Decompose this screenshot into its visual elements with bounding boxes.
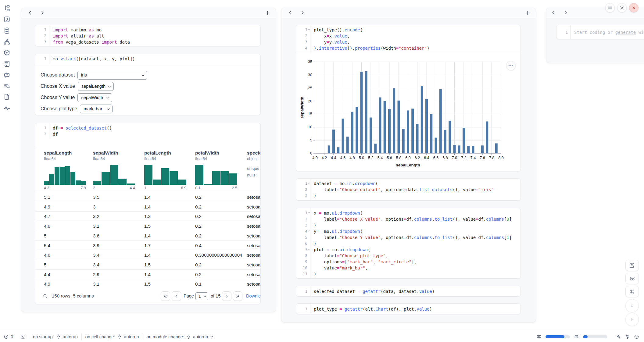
table-row[interactable]: 53.61.40.2setosa — [35, 231, 260, 240]
svg-text:10: 10 — [308, 125, 312, 129]
column-header-petalLength[interactable]: petalLength — [144, 150, 171, 156]
cell-dataframe[interactable]: 1df = selected_dataset()2df sepalLengthf… — [35, 123, 261, 304]
stop-button[interactable] — [625, 299, 639, 312]
table-row[interactable]: 5.43.91.70.4setosa — [35, 240, 260, 250]
column-prev-button[interactable] — [288, 10, 294, 16]
table-row[interactable]: 4.63.41.40.30000000000000004setosa — [35, 250, 260, 260]
cell-plot[interactable]: 1plot_type().encode(2 x=x.value,3 y=y.va… — [296, 25, 521, 171]
svg-text:5.6: 5.6 — [387, 156, 392, 160]
fold-chevron-icon[interactable] — [307, 182, 310, 185]
run-all-button[interactable] — [625, 313, 639, 326]
histogram-min-label: 1 — [144, 186, 146, 190]
layout-button[interactable] — [625, 273, 639, 284]
table-cell: 3.2 — [93, 212, 99, 221]
choose-dataset-dropdown[interactable]: iris — [77, 71, 147, 80]
chart-menu-button[interactable]: ••• — [506, 61, 516, 70]
line-number: 1 — [296, 306, 310, 312]
chat-icon[interactable] — [3, 71, 11, 79]
dropdown-value: sepalLength — [81, 84, 106, 89]
generate-link[interactable]: generate — [615, 30, 636, 35]
cell-xy-plot-dropdowns[interactable]: 1x = mo.ui.dropdown(2 label="Choose X va… — [296, 208, 521, 279]
prev-page-button[interactable] — [172, 291, 181, 301]
next-page-button[interactable] — [222, 291, 231, 301]
code-line: 6) — [296, 240, 521, 247]
histogram-bar — [153, 180, 161, 185]
table-row[interactable]: 4.93.11.50.1setosa — [35, 279, 260, 288]
histogram-max-label: 4.4 — [127, 186, 135, 190]
marimo-mascot-button[interactable] — [625, 334, 630, 339]
save-button[interactable] — [625, 260, 639, 271]
snippets-icon[interactable] — [3, 93, 11, 101]
cell-plot-type[interactable]: 1plot_type = getattr(alt.Chart(df), plot… — [296, 303, 521, 314]
line-number: 1 — [556, 29, 571, 35]
fold-chevron-icon[interactable] — [307, 28, 310, 31]
search-icon[interactable] — [42, 293, 48, 299]
datasources-icon[interactable] — [3, 27, 11, 34]
svg-text:6.4: 6.4 — [424, 156, 429, 160]
cpu-usage-bar[interactable] — [583, 335, 607, 338]
scratchpad-icon[interactable] — [3, 60, 11, 68]
fold-chevron-icon[interactable] — [307, 248, 310, 251]
terminal-button[interactable] — [17, 333, 29, 340]
choose-plot-type-dropdown[interactable]: mark_bar — [80, 105, 113, 113]
column-header-species[interactable]: species — [247, 150, 260, 156]
cell-vstack-ui[interactable]: 1mo.vstack([dataset, x, y, plot]) Choose… — [35, 54, 261, 115]
errors-indicator[interactable]: 0 — [0, 333, 17, 340]
dependency-graph-icon[interactable] — [3, 38, 11, 45]
cell-selected-dataset[interactable]: 1selected_dataset = getattr(data, datase… — [296, 286, 521, 297]
table-row[interactable]: 53.41.50.2setosa — [35, 260, 260, 269]
notebook-menu-button[interactable] — [605, 3, 615, 12]
status-item-1[interactable]: on startup:autorun — [29, 333, 81, 340]
table-row[interactable]: 5.13.51.40.2setosa — [35, 192, 260, 202]
column-next-button[interactable] — [40, 10, 46, 16]
histogram-bar — [93, 181, 101, 185]
add-cell-button[interactable] — [265, 10, 271, 16]
column-prev-button[interactable] — [551, 10, 557, 16]
memory-usage-bar[interactable] — [546, 335, 570, 338]
status-item-3[interactable]: on module change:autorun — [143, 333, 218, 340]
column-header-sepalLength[interactable]: sepalLength — [44, 150, 72, 156]
packages-icon[interactable] — [3, 49, 11, 56]
plot-type-code: 1plot_type = getattr(alt.Chart(df), plot… — [296, 304, 521, 314]
table-row[interactable]: 4.42.91.40.2setosa — [35, 269, 260, 279]
table-row[interactable]: 4.73.21.30.2setosa — [35, 211, 260, 221]
code-placeholder[interactable]: Start coding or generate with — [571, 29, 644, 35]
shutdown-button[interactable] — [629, 3, 639, 12]
fold-chevron-icon[interactable] — [307, 211, 310, 214]
column-header-sepalWidth[interactable]: sepalWidth — [93, 150, 118, 156]
cell-imports[interactable]: 1import marimo as mo2import altair as al… — [35, 25, 261, 46]
status-right — [536, 334, 644, 339]
file-explorer-icon[interactable] — [3, 5, 11, 12]
variables-icon[interactable] — [3, 16, 11, 23]
status-item-label: on cell change: — [85, 334, 115, 339]
table-row[interactable]: 4.63.11.50.2setosa — [35, 221, 260, 231]
settings-button[interactable] — [617, 3, 627, 12]
cell-dataset-dropdown[interactable]: 1dataset = mo.ui.dropdown(2 label="Choos… — [296, 178, 521, 201]
table-cell: 0.2 — [195, 260, 202, 270]
choose-x-value-dropdown[interactable]: sepalLength — [78, 82, 114, 91]
connection-status-icon[interactable] — [634, 334, 639, 339]
table-row[interactable]: 4.931.40.2setosa — [35, 202, 260, 212]
column-prev-button[interactable] — [27, 10, 34, 16]
download-button[interactable]: Download — [246, 294, 261, 298]
svg-text:sepalWidth: sepalWidth — [300, 97, 304, 119]
choose-y-value-dropdown[interactable]: sepalWidth — [77, 93, 112, 102]
altair-bar-chart[interactable]: 051015202530354.04.24.44.64.85.05.25.45.… — [299, 59, 514, 171]
tracing-icon[interactable] — [3, 105, 11, 112]
logs-icon[interactable] — [3, 82, 11, 90]
first-page-button[interactable] — [161, 291, 170, 301]
add-cell-button[interactable] — [525, 10, 531, 16]
last-page-button[interactable] — [233, 291, 242, 301]
column-next-button[interactable] — [563, 10, 569, 16]
status-bar: 0 on startup:autorunon cell change:autor… — [0, 331, 644, 342]
cell-empty[interactable]: 1 Start coding or generate with — [556, 25, 644, 39]
column-histogram — [195, 164, 237, 185]
column-next-button[interactable] — [300, 10, 306, 16]
page-select[interactable]: 1 — [195, 292, 208, 300]
fold-chevron-icon[interactable] — [307, 230, 310, 233]
column-header-petalWidth[interactable]: petalWidth — [195, 150, 219, 156]
status-item-2[interactable]: on cell change:autorun — [82, 333, 143, 340]
keyboard-shortcuts-button[interactable] — [625, 286, 639, 297]
histogram-bar — [110, 165, 118, 185]
ai-sparkles-button[interactable] — [616, 334, 621, 339]
